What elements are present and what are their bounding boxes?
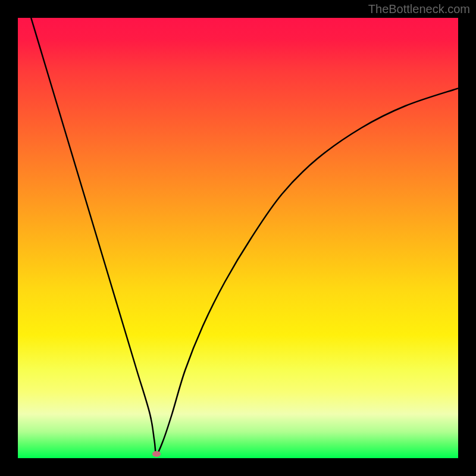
plot-area [18, 18, 458, 458]
curve-svg [18, 18, 458, 458]
watermark-text: TheBottleneck.com [368, 2, 470, 16]
bottleneck-curve [31, 18, 458, 454]
min-marker [152, 451, 161, 457]
chart-container: TheBottleneck.com [0, 0, 476, 476]
